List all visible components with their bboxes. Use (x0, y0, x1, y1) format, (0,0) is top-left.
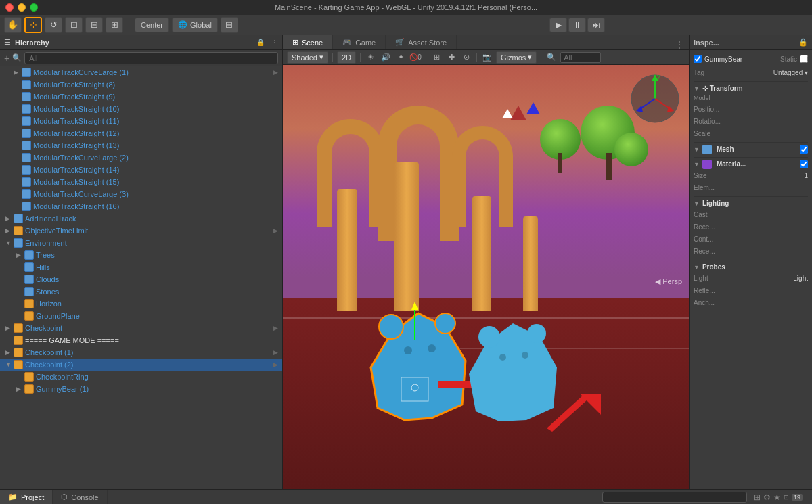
hierarchy-item-checkpoint[interactable]: ▶ Checkpoint ▶ (0, 322, 282, 334)
move-view-icon[interactable]: ✚ (445, 51, 457, 64)
bottom-search-input[interactable] (607, 493, 742, 501)
item-label: Stones (36, 288, 59, 296)
effects-icon[interactable]: ✦ (394, 51, 407, 64)
hierarchy-item-modular-curve-large-1[interactable]: ▶ ModularTrackCurveLarge (1) ▶ (0, 66, 282, 78)
resolution-icon: ⊡ (784, 494, 789, 501)
hierarchy-item-objective-time-limit[interactable]: ▶ ObjectiveTimeLimit ▶ (0, 225, 282, 237)
hierarchy-item-modular-straight-10[interactable]: ModularTrackStraight (10) (0, 103, 282, 115)
tree-3 (614, 133, 648, 166)
hierarchy-item-stones[interactable]: Stones (0, 285, 282, 298)
minimize-button[interactable] (18, 3, 26, 12)
pause-button[interactable]: ⏸ (568, 18, 586, 32)
item-label: ModularTrackStraight (16) (33, 202, 119, 210)
hierarchy-lock-icon[interactable]: 🔒 (256, 39, 265, 46)
2d-button[interactable]: 2D (337, 51, 356, 64)
hierarchy-item-modular-straight-12[interactable]: ModularTrackStraight (12) (0, 127, 282, 139)
cast-row: Cast (694, 208, 808, 221)
audio-icon[interactable]: 🔊 (380, 51, 392, 64)
size-value[interactable]: 1 (804, 172, 808, 179)
item-label: ModularTrackStraight (13) (33, 141, 119, 150)
item-label: ObjectiveTimeLimit (25, 227, 88, 235)
scene-toolbar: Shaded ▾ 2D ☀ 🔊 ✦ 🚫0 ⊞ ✚ ⊙ 📷 Gizmos ▾ 🔍 (283, 50, 689, 65)
hierarchy-item-checkpoint-ring[interactable]: CheckpointRing (0, 371, 282, 383)
cube-icon (24, 262, 34, 272)
maximize-button[interactable] (30, 3, 38, 12)
camera-icon[interactable]: 📷 (481, 51, 493, 64)
materials-active-checkbox[interactable] (800, 160, 808, 168)
hierarchy-item-additional-track[interactable]: ▶ AdditionalTrack (0, 212, 282, 225)
gizmos-label: Gizmos (501, 53, 526, 62)
hierarchy-item-hills[interactable]: Hills (0, 261, 282, 273)
transform-tool-button[interactable]: ⊞ (106, 17, 123, 33)
game-tab[interactable]: 🎮 Game (333, 35, 386, 49)
hierarchy-item-modular-straight-8[interactable]: ModularTrackStraight (8) (0, 78, 282, 91)
stats-icon[interactable]: ⊞ (430, 51, 443, 64)
play-button[interactable]: ▶ (549, 18, 567, 32)
static-checkbox[interactable] (800, 55, 808, 63)
hierarchy-item-modular-straight-14[interactable]: ModularTrackStraight (14) (0, 164, 282, 176)
hierarchy-item-modular-straight-16[interactable]: ModularTrackStraight (16) (0, 200, 282, 212)
hierarchy-item-groundplane[interactable]: GroundPlane (0, 310, 282, 322)
model-label: Model (694, 95, 750, 101)
hierarchy-item-trees[interactable]: ▶ Trees (0, 249, 282, 261)
light-value[interactable]: Light (793, 275, 808, 282)
hierarchy-item-checkpoint-1[interactable]: ▶ Checkpoint (1) ▶ (0, 346, 282, 359)
object-name-field[interactable]: GummyBear (704, 55, 742, 63)
hierarchy-item-gummybear-1[interactable]: ▶ GummyBear (1) (0, 383, 282, 395)
gizmos-dropdown[interactable]: Gizmos ▾ (496, 51, 537, 64)
move-tool-button[interactable]: ⊹ (24, 17, 42, 33)
inspector-lock-icon[interactable]: 🔒 (798, 38, 808, 47)
hierarchy-item-modular-straight-9[interactable]: ModularTrackStraight (9) (0, 91, 282, 103)
settings-icon[interactable]: ⚙ (763, 492, 771, 502)
console-tab[interactable]: ⬡ Console (53, 490, 107, 505)
center-toggle[interactable]: Center (135, 18, 169, 32)
hierarchy-item-gamemode[interactable]: ===== GAME MODE ===== (0, 334, 282, 346)
element-label: Elem... (694, 184, 715, 191)
item-label: Environment (25, 239, 67, 247)
global-toggle[interactable]: 🌐 Global (172, 18, 218, 32)
lighting-icon[interactable]: ☀ (365, 51, 377, 64)
hierarchy-item-modular-straight-11[interactable]: ModularTrackStraight (11) (0, 115, 282, 127)
rect-tool-button[interactable]: ⊟ (85, 17, 103, 33)
hierarchy-search-input[interactable] (24, 52, 278, 64)
expand-arrow: ▼ (5, 361, 14, 368)
scene-viewport[interactable]: ◀ Persp y (283, 65, 689, 489)
asset-store-tab[interactable]: 🛒 Asset Store (386, 35, 457, 49)
hierarchy-item-modular-curve-large-2[interactable]: ModularTrackCurveLarge (2) (0, 152, 282, 164)
view-more-icon[interactable]: ⋮ (675, 40, 689, 49)
cube-icon (22, 202, 31, 211)
scale-tool-button[interactable]: ⊡ (65, 17, 83, 33)
navigation-gizmo[interactable]: y (628, 72, 682, 126)
rotate-tool-button[interactable]: ↺ (45, 17, 62, 33)
hierarchy-item-modular-straight-13[interactable]: ModularTrackStraight (13) (0, 139, 282, 152)
hierarchy-item-environment[interactable]: ▼ Environment (0, 237, 282, 249)
step-button[interactable]: ⏭ (587, 18, 605, 32)
mesh-active-checkbox[interactable] (800, 145, 808, 154)
grid-button[interactable]: ⊞ (221, 17, 238, 33)
project-tab[interactable]: 📁 Project (0, 490, 53, 505)
hierarchy-item-modular-straight-15[interactable]: ModularTrackStraight (15) (0, 176, 282, 188)
zoom-icon[interactable]: ⊙ (460, 51, 472, 64)
hierarchy-more-icon[interactable]: ⋮ (271, 39, 278, 46)
hierarchy-item-modular-curve-large-3[interactable]: ModularTrackCurveLarge (3) (0, 188, 282, 200)
close-button[interactable] (5, 3, 14, 12)
hierarchy-item-horizon[interactable]: Horizon (0, 298, 282, 310)
hidden-objects-icon[interactable]: 🚫0 (409, 51, 422, 64)
scale-row: Scale (694, 127, 808, 139)
tag-value[interactable]: Untagged ▾ (773, 69, 808, 76)
cube-icon (24, 372, 34, 382)
hierarchy-item-checkpoint-2[interactable]: ▼ Checkpoint (2) ▶ (0, 359, 282, 371)
active-checkbox[interactable] (694, 55, 702, 63)
item-label: ModularTrackCurveLarge (2) (33, 154, 129, 162)
shading-dropdown[interactable]: Shaded ▾ (287, 51, 328, 64)
add-icon[interactable]: + (4, 53, 9, 64)
scene-search-input[interactable] (560, 52, 601, 63)
hierarchy-item-clouds[interactable]: Clouds (0, 273, 282, 285)
filter-icon[interactable]: ⊞ (754, 492, 761, 502)
scene-tab[interactable]: ⊞ Scene (283, 35, 333, 49)
hand-tool-button[interactable]: ✋ (4, 17, 22, 33)
gem-blue (526, 102, 540, 114)
console-tab-icon: ⬡ (61, 492, 68, 501)
toolbar-separator-1 (129, 18, 129, 32)
star-icon[interactable]: ★ (773, 492, 781, 502)
